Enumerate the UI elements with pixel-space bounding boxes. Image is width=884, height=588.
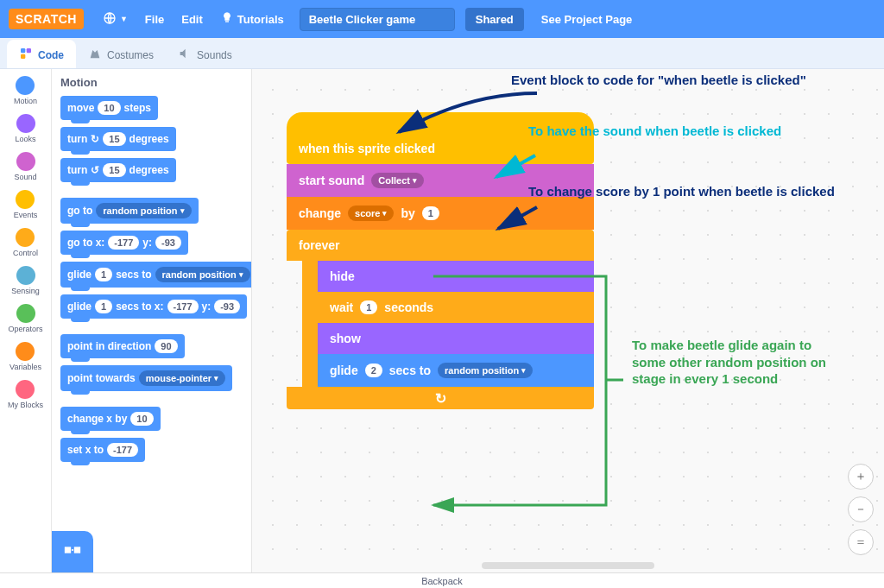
arrow-icon [492,151,544,186]
category-motion[interactable]: Motion [14,74,37,111]
zoom-out-icon: － [855,502,867,517]
number-input[interactable]: -177 [108,236,139,250]
costume-icon [88,47,102,63]
category-label: Operators [8,325,42,333]
tab-sounds-label: Sounds [197,49,232,61]
zoom-in-button[interactable]: ＋ [848,464,874,490]
block-goto[interactable]: go to random position [60,198,199,224]
number-input[interactable]: 1 [360,300,377,314]
zoom-reset-icon: ＝ [855,534,867,550]
svg-rect-2 [21,48,25,53]
shared-button[interactable]: Shared [465,8,524,31]
dropdown[interactable]: random position [155,267,250,282]
block-glide-xy[interactable]: glide 1 secs to x: -177 y: -93 [60,294,247,319]
chevron-down-icon: ▼ [120,15,128,23]
block-set-x[interactable]: set x to -177 [60,438,145,462]
number-input[interactable]: 90 [155,339,177,353]
dropdown[interactable]: Collect [371,173,424,188]
category-label: My Blocks [8,401,43,409]
block-turn-ccw[interactable]: turn ↺ 15 degrees [60,158,176,182]
category-sensing[interactable]: Sensing [11,264,40,300]
see-project-page-button[interactable]: See Project Page [527,8,641,31]
category-variables[interactable]: Variables [9,340,41,376]
top-bar: SCRATCH ▼ File Edit Tutorials Beetle Cli… [0,0,884,38]
number-input[interactable]: -177 [107,443,138,457]
svg-rect-6 [74,547,80,553]
block-text: point towards [67,372,136,384]
block-text: hide [330,269,355,283]
block-point-direction[interactable]: point in direction 90 [60,334,185,358]
block-category-column: Motion Looks Sound Events Control Sensin… [0,69,52,572]
code-icon [19,47,33,63]
category-sound[interactable]: Sound [14,150,36,187]
svg-rect-5 [65,547,71,553]
block-turn-cw[interactable]: turn ↻ 15 degrees [60,127,176,151]
zoom-out-button[interactable]: － [848,496,874,522]
sound-icon [178,47,192,63]
tab-costumes[interactable]: Costumes [76,40,166,68]
block-point-towards[interactable]: point towards mouse-pointer [60,365,232,391]
block-text: forever [299,238,339,252]
zoom-reset-button[interactable]: ＝ [848,529,874,555]
block-text: point in direction [67,340,151,352]
block-text: glide [330,364,358,377]
annotation-event: Event block to code for "when beetle is … [511,72,806,89]
category-label: Events [14,211,38,219]
block-move-steps[interactable]: move 10 steps [60,96,158,120]
block-text: turn [67,164,87,176]
zoom-controls: ＋ － ＝ [848,464,874,555]
block-change-x[interactable]: change x by 10 [60,407,161,431]
number-input[interactable]: 2 [365,364,382,377]
block-text: by [401,206,414,220]
tab-sounds[interactable]: Sounds [166,40,244,68]
dropdown[interactable]: mouse-pointer [139,370,225,386]
number-input[interactable]: 1 [95,268,112,281]
tutorials-label: Tutorials [237,13,284,26]
arrow-icon [390,85,546,145]
main-area: Motion Looks Sound Events Control Sensin… [0,69,884,572]
scratch-logo[interactable]: SCRATCH [9,9,84,29]
block-forever[interactable]: forever [287,230,594,261]
block-gotoxy[interactable]: go to x: -177 y: -93 [60,231,188,255]
globe-menu[interactable]: ▼ [94,6,136,33]
file-menu[interactable]: File [136,8,173,31]
backpack-bar[interactable]: Backpack [0,572,884,588]
category-myblocks[interactable]: My Blocks [8,378,43,414]
number-input[interactable]: 10 [130,412,153,426]
globe-icon [103,11,117,28]
tutorials-button[interactable]: Tutorials [212,6,293,33]
number-input[interactable]: 1 [422,206,439,220]
block-text: change [299,206,341,220]
block-text: degrees [129,164,169,176]
number-input[interactable]: 10 [98,101,120,115]
number-input[interactable]: -93 [214,300,240,313]
number-input[interactable]: -93 [155,236,181,250]
editor-tabs: Code Costumes Sounds [0,38,884,69]
block-text: go to x: [67,237,104,249]
number-input[interactable]: 1 [95,300,112,313]
arrow-icon [494,203,546,237]
arrow-icon [425,268,632,518]
dropdown[interactable]: random position [96,203,191,218]
script-workspace[interactable]: when this sprite clicked start sound Col… [252,69,884,572]
block-text: move [67,102,94,114]
block-glide-to[interactable]: glide 1 secs to random position [60,262,252,288]
number-input[interactable]: 15 [103,132,125,146]
tab-code[interactable]: Code [7,40,76,68]
horizontal-scrollbar[interactable] [482,562,654,569]
dropdown[interactable]: score [348,205,394,221]
block-text: set x to [67,444,104,456]
category-events[interactable]: Events [14,188,38,224]
category-looks[interactable]: Looks [15,112,35,149]
category-label: Variables [9,363,41,371]
annotation-score: To change score by 1 point when beetle i… [528,183,835,200]
project-title-input[interactable]: Beetle Clicker game [300,8,455,31]
category-control[interactable]: Control [13,226,38,262]
number-input[interactable]: 15 [103,163,125,177]
category-operators[interactable]: Operators [8,302,42,338]
add-extension-button[interactable] [52,531,93,572]
edit-menu[interactable]: Edit [173,8,212,31]
block-change-var[interactable]: change score by 1 [287,197,594,230]
block-text: secs to x: [116,300,163,313]
number-input[interactable]: -177 [167,300,199,313]
